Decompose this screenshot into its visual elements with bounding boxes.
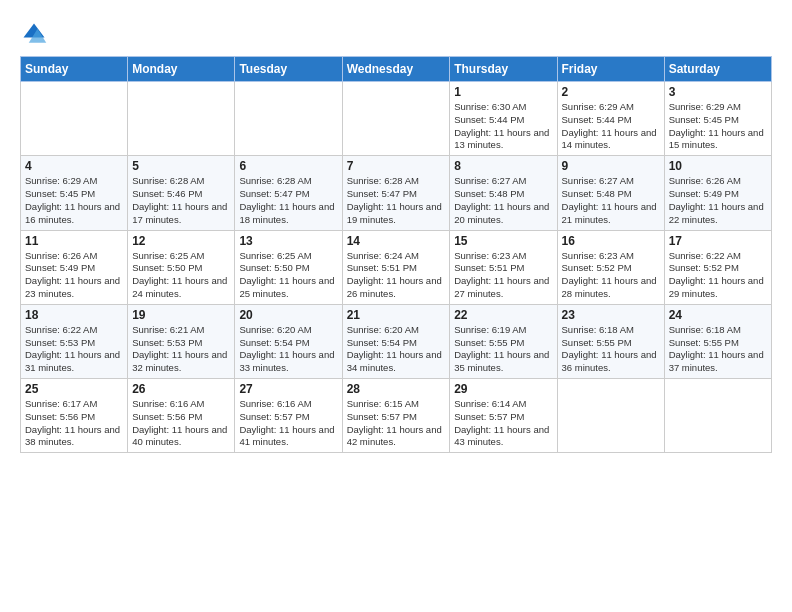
day-number: 23	[562, 308, 660, 322]
day-number: 3	[669, 85, 767, 99]
day-info: Sunrise: 6:26 AM Sunset: 5:49 PM Dayligh…	[25, 250, 123, 301]
day-number: 22	[454, 308, 552, 322]
calendar-table: SundayMondayTuesdayWednesdayThursdayFrid…	[20, 56, 772, 453]
day-number: 5	[132, 159, 230, 173]
day-cell: 4Sunrise: 6:29 AM Sunset: 5:45 PM Daylig…	[21, 156, 128, 230]
day-cell: 20Sunrise: 6:20 AM Sunset: 5:54 PM Dayli…	[235, 304, 342, 378]
day-cell: 27Sunrise: 6:16 AM Sunset: 5:57 PM Dayli…	[235, 379, 342, 453]
day-number: 16	[562, 234, 660, 248]
day-cell: 7Sunrise: 6:28 AM Sunset: 5:47 PM Daylig…	[342, 156, 450, 230]
day-cell	[128, 82, 235, 156]
day-number: 14	[347, 234, 446, 248]
day-info: Sunrise: 6:16 AM Sunset: 5:57 PM Dayligh…	[239, 398, 337, 449]
day-number: 19	[132, 308, 230, 322]
day-number: 17	[669, 234, 767, 248]
day-number: 2	[562, 85, 660, 99]
day-cell: 13Sunrise: 6:25 AM Sunset: 5:50 PM Dayli…	[235, 230, 342, 304]
day-cell: 23Sunrise: 6:18 AM Sunset: 5:55 PM Dayli…	[557, 304, 664, 378]
day-info: Sunrise: 6:28 AM Sunset: 5:47 PM Dayligh…	[239, 175, 337, 226]
day-cell: 22Sunrise: 6:19 AM Sunset: 5:55 PM Dayli…	[450, 304, 557, 378]
day-cell	[235, 82, 342, 156]
day-cell: 18Sunrise: 6:22 AM Sunset: 5:53 PM Dayli…	[21, 304, 128, 378]
day-info: Sunrise: 6:26 AM Sunset: 5:49 PM Dayligh…	[669, 175, 767, 226]
week-row-0: 1Sunrise: 6:30 AM Sunset: 5:44 PM Daylig…	[21, 82, 772, 156]
day-number: 29	[454, 382, 552, 396]
week-row-4: 25Sunrise: 6:17 AM Sunset: 5:56 PM Dayli…	[21, 379, 772, 453]
day-info: Sunrise: 6:18 AM Sunset: 5:55 PM Dayligh…	[669, 324, 767, 375]
day-info: Sunrise: 6:23 AM Sunset: 5:52 PM Dayligh…	[562, 250, 660, 301]
day-cell: 5Sunrise: 6:28 AM Sunset: 5:46 PM Daylig…	[128, 156, 235, 230]
day-cell: 25Sunrise: 6:17 AM Sunset: 5:56 PM Dayli…	[21, 379, 128, 453]
day-info: Sunrise: 6:17 AM Sunset: 5:56 PM Dayligh…	[25, 398, 123, 449]
day-cell: 12Sunrise: 6:25 AM Sunset: 5:50 PM Dayli…	[128, 230, 235, 304]
day-cell	[664, 379, 771, 453]
day-cell: 1Sunrise: 6:30 AM Sunset: 5:44 PM Daylig…	[450, 82, 557, 156]
day-cell: 26Sunrise: 6:16 AM Sunset: 5:56 PM Dayli…	[128, 379, 235, 453]
day-info: Sunrise: 6:24 AM Sunset: 5:51 PM Dayligh…	[347, 250, 446, 301]
logo	[20, 20, 52, 48]
day-cell: 15Sunrise: 6:23 AM Sunset: 5:51 PM Dayli…	[450, 230, 557, 304]
day-number: 15	[454, 234, 552, 248]
week-row-1: 4Sunrise: 6:29 AM Sunset: 5:45 PM Daylig…	[21, 156, 772, 230]
day-number: 28	[347, 382, 446, 396]
day-info: Sunrise: 6:29 AM Sunset: 5:45 PM Dayligh…	[669, 101, 767, 152]
day-info: Sunrise: 6:21 AM Sunset: 5:53 PM Dayligh…	[132, 324, 230, 375]
day-cell: 19Sunrise: 6:21 AM Sunset: 5:53 PM Dayli…	[128, 304, 235, 378]
day-info: Sunrise: 6:16 AM Sunset: 5:56 PM Dayligh…	[132, 398, 230, 449]
day-number: 11	[25, 234, 123, 248]
day-cell: 28Sunrise: 6:15 AM Sunset: 5:57 PM Dayli…	[342, 379, 450, 453]
day-cell: 9Sunrise: 6:27 AM Sunset: 5:48 PM Daylig…	[557, 156, 664, 230]
day-number: 7	[347, 159, 446, 173]
day-cell: 3Sunrise: 6:29 AM Sunset: 5:45 PM Daylig…	[664, 82, 771, 156]
day-cell: 24Sunrise: 6:18 AM Sunset: 5:55 PM Dayli…	[664, 304, 771, 378]
day-number: 21	[347, 308, 446, 322]
day-header-monday: Monday	[128, 57, 235, 82]
day-info: Sunrise: 6:23 AM Sunset: 5:51 PM Dayligh…	[454, 250, 552, 301]
day-number: 9	[562, 159, 660, 173]
day-number: 25	[25, 382, 123, 396]
day-number: 4	[25, 159, 123, 173]
day-info: Sunrise: 6:27 AM Sunset: 5:48 PM Dayligh…	[562, 175, 660, 226]
day-info: Sunrise: 6:20 AM Sunset: 5:54 PM Dayligh…	[347, 324, 446, 375]
day-info: Sunrise: 6:22 AM Sunset: 5:53 PM Dayligh…	[25, 324, 123, 375]
day-info: Sunrise: 6:18 AM Sunset: 5:55 PM Dayligh…	[562, 324, 660, 375]
day-header-wednesday: Wednesday	[342, 57, 450, 82]
day-info: Sunrise: 6:30 AM Sunset: 5:44 PM Dayligh…	[454, 101, 552, 152]
header	[20, 16, 772, 48]
day-number: 18	[25, 308, 123, 322]
day-cell: 6Sunrise: 6:28 AM Sunset: 5:47 PM Daylig…	[235, 156, 342, 230]
day-info: Sunrise: 6:29 AM Sunset: 5:44 PM Dayligh…	[562, 101, 660, 152]
day-cell: 21Sunrise: 6:20 AM Sunset: 5:54 PM Dayli…	[342, 304, 450, 378]
day-number: 13	[239, 234, 337, 248]
day-header-friday: Friday	[557, 57, 664, 82]
day-cell	[21, 82, 128, 156]
day-info: Sunrise: 6:28 AM Sunset: 5:47 PM Dayligh…	[347, 175, 446, 226]
day-header-tuesday: Tuesday	[235, 57, 342, 82]
day-cell: 16Sunrise: 6:23 AM Sunset: 5:52 PM Dayli…	[557, 230, 664, 304]
day-header-sunday: Sunday	[21, 57, 128, 82]
day-info: Sunrise: 6:20 AM Sunset: 5:54 PM Dayligh…	[239, 324, 337, 375]
day-cell: 2Sunrise: 6:29 AM Sunset: 5:44 PM Daylig…	[557, 82, 664, 156]
calendar-header-row: SundayMondayTuesdayWednesdayThursdayFrid…	[21, 57, 772, 82]
day-info: Sunrise: 6:28 AM Sunset: 5:46 PM Dayligh…	[132, 175, 230, 226]
day-header-saturday: Saturday	[664, 57, 771, 82]
day-info: Sunrise: 6:25 AM Sunset: 5:50 PM Dayligh…	[239, 250, 337, 301]
day-number: 1	[454, 85, 552, 99]
day-info: Sunrise: 6:29 AM Sunset: 5:45 PM Dayligh…	[25, 175, 123, 226]
day-cell: 8Sunrise: 6:27 AM Sunset: 5:48 PM Daylig…	[450, 156, 557, 230]
day-cell: 10Sunrise: 6:26 AM Sunset: 5:49 PM Dayli…	[664, 156, 771, 230]
day-info: Sunrise: 6:25 AM Sunset: 5:50 PM Dayligh…	[132, 250, 230, 301]
day-number: 8	[454, 159, 552, 173]
day-number: 27	[239, 382, 337, 396]
day-cell: 14Sunrise: 6:24 AM Sunset: 5:51 PM Dayli…	[342, 230, 450, 304]
logo-icon	[20, 20, 48, 48]
day-number: 24	[669, 308, 767, 322]
day-info: Sunrise: 6:19 AM Sunset: 5:55 PM Dayligh…	[454, 324, 552, 375]
day-cell: 29Sunrise: 6:14 AM Sunset: 5:57 PM Dayli…	[450, 379, 557, 453]
day-number: 10	[669, 159, 767, 173]
week-row-2: 11Sunrise: 6:26 AM Sunset: 5:49 PM Dayli…	[21, 230, 772, 304]
day-number: 6	[239, 159, 337, 173]
day-number: 12	[132, 234, 230, 248]
day-info: Sunrise: 6:14 AM Sunset: 5:57 PM Dayligh…	[454, 398, 552, 449]
day-cell: 17Sunrise: 6:22 AM Sunset: 5:52 PM Dayli…	[664, 230, 771, 304]
